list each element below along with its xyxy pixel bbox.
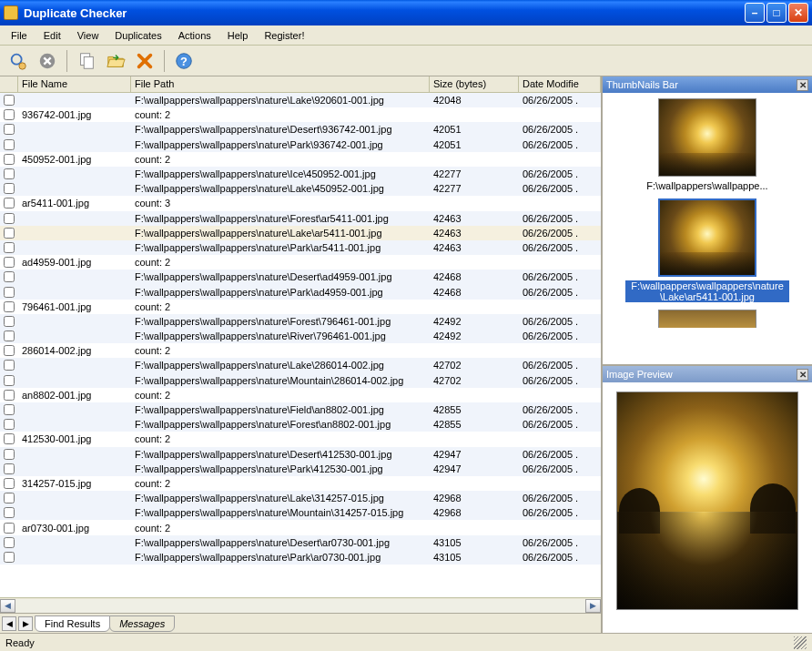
file-row[interactable]: F:\wallpappers\wallpappers\nature\Ice\45… <box>0 167 601 181</box>
delete-button[interactable] <box>132 48 157 74</box>
thumbnail-image[interactable] <box>658 198 756 277</box>
thumbnails-close-button[interactable]: ✕ <box>797 79 808 91</box>
tab-messages[interactable]: Messages <box>109 615 175 632</box>
row-checkbox[interactable] <box>4 537 15 548</box>
thumbnail-item[interactable]: F:\wallpappers\wallpappers\nature\Lake\a… <box>608 198 807 302</box>
grid-body[interactable]: F:\wallpappers\wallpappers\nature\Lake\9… <box>0 93 601 597</box>
thumbnail-item[interactable]: F:\wallpappers\wallpappe... <box>608 98 807 191</box>
file-row[interactable]: F:\wallpappers\wallpappers\nature\River\… <box>0 329 601 343</box>
file-row[interactable]: F:\wallpappers\wallpappers\nature\Park\a… <box>0 284 601 299</box>
group-row[interactable]: 936742-001.jpgcount: 2 <box>0 107 601 122</box>
menu-file[interactable]: File <box>4 28 35 43</box>
row-checkbox[interactable] <box>4 271 15 282</box>
row-checkbox[interactable] <box>4 345 15 356</box>
file-row[interactable]: F:\wallpappers\wallpappers\nature\Lake\a… <box>0 226 601 240</box>
column-date[interactable]: Date Modifie <box>519 76 601 92</box>
group-row[interactable]: 412530-001.jpgcount: 2 <box>0 432 601 446</box>
menu-help[interactable]: Help <box>220 28 256 43</box>
thumbnail-image-partial[interactable] <box>658 310 756 328</box>
row-checkbox[interactable] <box>4 301 15 312</box>
column-check[interactable] <box>0 76 18 92</box>
menu-duplicates[interactable]: Duplicates <box>107 28 168 43</box>
column-size[interactable]: Size (bytes) <box>430 76 519 92</box>
file-row[interactable]: F:\wallpappers\wallpappers\nature\Forest… <box>0 211 601 226</box>
thumbnail-item[interactable] <box>608 310 807 328</box>
group-row[interactable]: 450952-001.jpgcount: 2 <box>0 152 601 167</box>
row-checkbox[interactable] <box>4 463 15 474</box>
file-row[interactable]: F:\wallpappers\wallpappers\nature\Lake\9… <box>0 93 601 107</box>
column-filename[interactable]: File Name <box>18 76 131 92</box>
close-button[interactable]: ✕ <box>788 3 808 23</box>
group-row[interactable]: ar0730-001.jpgcount: 2 <box>0 520 601 534</box>
file-row[interactable]: F:\wallpappers\wallpappers\nature\Mounta… <box>0 505 601 520</box>
file-row[interactable]: F:\wallpappers\wallpappers\nature\Park\a… <box>0 550 601 565</box>
tab-find-results[interactable]: Find Results <box>35 615 110 632</box>
thumbnail-image[interactable] <box>658 98 756 177</box>
row-checkbox[interactable] <box>4 360 15 371</box>
row-checkbox[interactable] <box>4 95 15 106</box>
file-row[interactable]: F:\wallpappers\wallpappers\nature\Field\… <box>0 402 601 417</box>
file-row[interactable]: F:\wallpappers\wallpappers\nature\Mounta… <box>0 373 601 388</box>
row-checkbox[interactable] <box>4 331 15 341</box>
horizontal-scrollbar[interactable]: ◀ ▶ <box>0 597 601 613</box>
file-row[interactable]: F:\wallpappers\wallpappers\nature\Forest… <box>0 314 601 329</box>
row-checkbox[interactable] <box>4 375 15 386</box>
scroll-track[interactable] <box>15 599 585 613</box>
row-checkbox[interactable] <box>4 198 15 209</box>
thumbnails-body[interactable]: F:\wallpappers\wallpappe... F:\wallpappe… <box>603 93 812 364</box>
file-row[interactable]: F:\wallpappers\wallpappers\nature\Forest… <box>0 417 601 432</box>
file-row[interactable]: F:\wallpappers\wallpappers\nature\Park\4… <box>0 462 601 476</box>
stop-button[interactable] <box>35 48 60 74</box>
menu-register[interactable]: Register! <box>257 28 311 43</box>
preview-panel-header[interactable]: Image Preview ✕ <box>603 366 812 382</box>
row-checkbox[interactable] <box>4 124 15 135</box>
row-checkbox[interactable] <box>4 316 15 327</box>
row-checkbox[interactable] <box>4 154 15 165</box>
tab-prev-button[interactable]: ◀ <box>2 616 16 631</box>
row-checkbox[interactable] <box>4 523 15 534</box>
thumbnails-panel-header[interactable]: ThumbNails Bar ✕ <box>603 76 812 93</box>
row-checkbox[interactable] <box>4 287 15 298</box>
tab-next-button[interactable]: ▶ <box>18 616 33 631</box>
row-checkbox[interactable] <box>4 228 15 239</box>
scroll-left-button[interactable]: ◀ <box>0 599 15 613</box>
resize-grip[interactable] <box>794 636 807 649</box>
file-row[interactable]: F:\wallpappers\wallpappers\nature\Lake\4… <box>0 181 601 196</box>
group-row[interactable]: ar5411-001.jpgcount: 3 <box>0 196 601 210</box>
help-button[interactable]: ? <box>171 48 197 74</box>
row-checkbox[interactable] <box>4 213 15 224</box>
group-row[interactable]: ad4959-001.jpgcount: 2 <box>0 255 601 270</box>
open-folder-button[interactable] <box>103 48 128 74</box>
file-row[interactable]: F:\wallpappers\wallpappers\nature\Lake\3… <box>0 491 601 505</box>
row-checkbox[interactable] <box>4 478 15 489</box>
row-checkbox[interactable] <box>4 449 15 460</box>
row-checkbox[interactable] <box>4 493 15 504</box>
preview-close-button[interactable]: ✕ <box>797 369 808 381</box>
file-row[interactable]: F:\wallpappers\wallpappers\nature\Desert… <box>0 122 601 137</box>
column-filepath[interactable]: File Path <box>131 76 430 92</box>
row-checkbox[interactable] <box>4 183 15 194</box>
maximize-button[interactable]: □ <box>766 3 787 23</box>
group-row[interactable]: 286014-002.jpgcount: 2 <box>0 343 601 358</box>
row-checkbox[interactable] <box>4 552 15 563</box>
group-row[interactable]: 796461-001.jpgcount: 2 <box>0 300 601 314</box>
file-row[interactable]: F:\wallpappers\wallpappers\nature\Park\9… <box>0 137 601 152</box>
file-row[interactable]: F:\wallpappers\wallpappers\nature\Desert… <box>0 270 601 284</box>
row-checkbox[interactable] <box>4 433 15 444</box>
row-checkbox[interactable] <box>4 139 15 150</box>
group-row[interactable]: an8802-001.jpgcount: 2 <box>0 388 601 402</box>
menu-actions[interactable]: Actions <box>171 28 218 43</box>
search-button[interactable] <box>5 48 31 74</box>
row-checkbox[interactable] <box>4 257 15 268</box>
copy-button[interactable] <box>74 48 99 74</box>
row-checkbox[interactable] <box>4 390 15 401</box>
row-checkbox[interactable] <box>4 109 15 120</box>
row-checkbox[interactable] <box>4 419 15 430</box>
file-row[interactable]: F:\wallpappers\wallpappers\nature\Desert… <box>0 447 601 462</box>
row-checkbox[interactable] <box>4 168 15 179</box>
file-row[interactable]: F:\wallpappers\wallpappers\nature\Lake\2… <box>0 358 601 372</box>
menu-edit[interactable]: Edit <box>36 28 68 43</box>
row-checkbox[interactable] <box>4 242 15 253</box>
file-row[interactable]: F:\wallpappers\wallpappers\nature\Park\a… <box>0 240 601 255</box>
minimize-button[interactable]: – <box>745 3 765 23</box>
